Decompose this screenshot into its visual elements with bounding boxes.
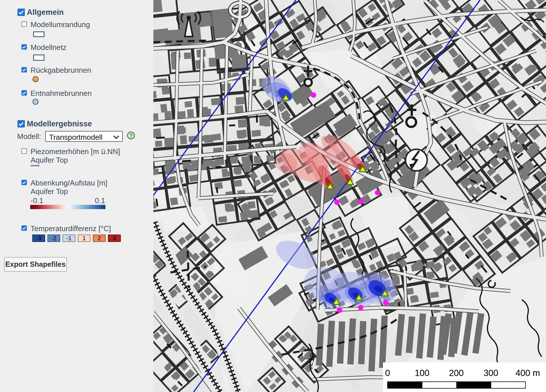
svg-text:200: 200 (449, 368, 464, 378)
svg-text:100: 100 (415, 368, 429, 378)
svg-text:300: 300 (483, 368, 498, 378)
svg-text:400 m: 400 m (515, 368, 540, 378)
svg-text:0: 0 (385, 368, 390, 378)
